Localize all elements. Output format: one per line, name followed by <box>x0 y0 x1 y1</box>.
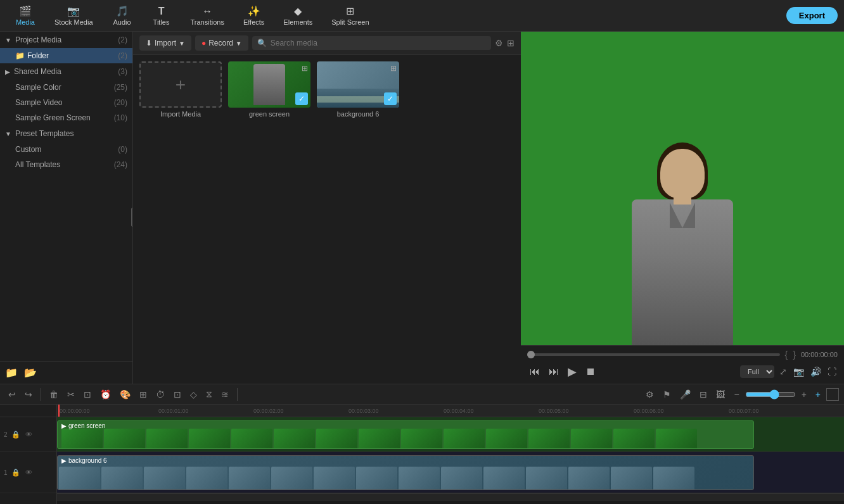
ruler-spacer <box>0 405 56 417</box>
new-folder-icon[interactable]: 📁 <box>5 367 18 379</box>
adjust-button[interactable]: ⧖ <box>203 387 215 401</box>
import-media-item[interactable]: + Import Media <box>139 61 222 118</box>
color-button[interactable]: 🎨 <box>117 387 134 401</box>
settings-button[interactable]: ⚙ <box>643 387 657 401</box>
toolbar-split-screen[interactable]: ⊞ Split Screen <box>323 3 378 28</box>
track-1-num: 1 <box>4 469 8 476</box>
export-button[interactable]: Export <box>786 7 838 24</box>
timer-button[interactable]: ⏱ <box>153 387 168 401</box>
record-button[interactable]: ● Record ▼ <box>195 35 248 51</box>
track-2-lock[interactable]: 🔒 <box>10 429 22 440</box>
stock-media-label: Stock Media <box>54 18 93 26</box>
motion-button[interactable]: ⏰ <box>97 387 114 401</box>
sidebar-preset-templates[interactable]: ▼ Preset Templates <box>0 125 132 142</box>
toolbar-audio[interactable]: 🎵 Audio <box>103 3 141 28</box>
zoom-out-button[interactable]: − <box>731 387 742 401</box>
overlay-button[interactable]: ⊟ <box>696 387 710 401</box>
crop-button[interactable]: ⊡ <box>80 387 94 401</box>
stop-button[interactable]: ⏹ <box>583 365 598 379</box>
import-folder-icon[interactable]: 📂 <box>24 367 37 379</box>
sample-video-label: Sample Video <box>15 98 63 107</box>
playhead[interactable] <box>58 405 60 417</box>
preview-video <box>521 32 844 345</box>
sidebar-all-templates[interactable]: All Templates (24) <box>0 157 132 172</box>
green-screen-item[interactable]: ⊞ ✓ green screen <box>228 61 310 118</box>
toolbar-media[interactable]: 🎬 Media <box>6 3 44 28</box>
sample-green-label: Sample Green Screen <box>15 113 91 122</box>
filter-icon[interactable]: ⚙ <box>495 38 503 48</box>
quality-select[interactable]: Full 1/2 1/4 1/8 <box>740 365 774 378</box>
timeline-right-panel: 00:00:00:00 00:00:01:00 00:00:02:00 00:0… <box>57 405 844 504</box>
fullscreen-button[interactable]: ⛶ <box>826 365 838 378</box>
folder-count: (2) <box>118 51 127 60</box>
import-label: Import <box>155 39 176 47</box>
mark-button[interactable]: ◇ <box>187 387 200 401</box>
sample-color-count: (25) <box>114 83 127 92</box>
sidebar-project-media[interactable]: ▼ Project Media (2) <box>0 32 132 48</box>
skip-back-button[interactable]: ⏮ <box>527 365 542 379</box>
delete-button[interactable]: 🗑 <box>46 387 61 401</box>
toolbar-stock-media[interactable]: 📷 Stock Media <box>46 3 102 28</box>
add-track-button[interactable]: + <box>812 387 824 401</box>
elements-label: Elements <box>283 18 312 26</box>
sidebar-shared-media[interactable]: ▶ Shared Media (3) <box>0 63 132 80</box>
track-1-name: background 6 <box>68 457 107 464</box>
step-back-button[interactable]: ⏭ <box>546 365 561 379</box>
timeline-scrollbar[interactable] <box>57 493 844 501</box>
background-clip[interactable]: ▶ background 6 <box>57 455 754 490</box>
zoom-in-button[interactable]: + <box>798 387 810 401</box>
background-6-thumb: ⊞ ✓ <box>317 61 399 108</box>
toolbar-divider-1 <box>41 388 41 401</box>
mic-button[interactable]: 🎤 <box>677 387 694 401</box>
search-icon: 🔍 <box>257 39 267 47</box>
import-thumb: + <box>139 61 222 108</box>
transform-button[interactable]: ⊞ <box>136 387 150 401</box>
effects-label: Effects <box>243 18 264 26</box>
search-input[interactable] <box>271 39 486 47</box>
ruler-mark-5: 00:00:05:00 <box>539 408 569 414</box>
grid-view-icon[interactable]: ⊞ <box>507 38 515 48</box>
bracket-right: } <box>793 350 796 360</box>
shared-media-count: (3) <box>118 67 127 76</box>
picture-button[interactable]: 🖼 <box>713 387 728 401</box>
toolbar-elements[interactable]: ◆ Elements <box>274 3 321 28</box>
cut-button[interactable]: ✂ <box>64 387 78 401</box>
sidebar-sample-color[interactable]: Sample Color (25) <box>0 80 132 95</box>
background-6-item[interactable]: ⊞ ✓ background 6 <box>317 61 399 118</box>
toolbar-effects[interactable]: ✨ Effects <box>234 3 273 28</box>
top-toolbar: 🎬 Media 📷 Stock Media 🎵 Audio T Titles ↔… <box>0 0 844 32</box>
snapshot-button[interactable]: 📷 <box>792 365 805 378</box>
green-screen-clip[interactable]: ▶ green screen <box>57 420 754 449</box>
elements-icon: ◆ <box>294 5 302 17</box>
undo-button[interactable]: ↩ <box>5 387 19 401</box>
redo-button[interactable]: ↪ <box>22 387 35 401</box>
flag-button[interactable]: ⚑ <box>660 387 674 401</box>
track-1-lock[interactable]: 🔒 <box>10 467 22 478</box>
sidebar-custom[interactable]: Custom (0) <box>0 142 132 157</box>
toolbar-titles[interactable]: T Titles <box>143 3 181 28</box>
search-bar[interactable]: 🔍 <box>252 36 491 50</box>
sidebar-collapse-button[interactable]: ◀ <box>131 208 133 227</box>
sidebar-sample-video[interactable]: Sample Video (20) <box>0 95 132 110</box>
volume-button[interactable]: 🔊 <box>809 365 822 378</box>
sidebar-sample-green[interactable]: Sample Green Screen (10) <box>0 110 132 125</box>
audio-adjust-button[interactable]: ≋ <box>218 387 232 401</box>
preview-icons: ⤢ 📷 🔊 ⛶ <box>778 365 838 378</box>
sample-color-label: Sample Color <box>15 83 61 92</box>
zoom-slider[interactable] <box>745 389 796 400</box>
fit-preview-button[interactable]: ⤢ <box>778 365 788 378</box>
toolbar-transitions[interactable]: ↔ Transitions <box>182 3 233 28</box>
folder-icon: 📁 <box>15 51 25 60</box>
record-dot-icon: ● <box>201 39 206 47</box>
play-button[interactable]: ▶ <box>565 363 579 380</box>
progress-track[interactable] <box>527 353 780 356</box>
shared-media-label: Shared Media <box>14 67 61 76</box>
timeline-left-panel: 2 🔒 👁 1 🔒 👁 <box>0 405 57 504</box>
sidebar-folder[interactable]: 📁 Folder (2) <box>0 48 132 63</box>
track-1-eye[interactable]: 👁 <box>24 467 34 477</box>
import-button[interactable]: ⬇ Import ▼ <box>139 35 191 51</box>
track-2-eye[interactable]: 👁 <box>24 429 34 439</box>
preview-controls: { } 00:00:00:00 ⏮ ⏭ ▶ ⏹ Full 1/2 1/4 1/8… <box>521 345 844 384</box>
fit-button[interactable]: ⊡ <box>170 387 184 401</box>
all-templates-label: All Templates <box>15 160 60 169</box>
